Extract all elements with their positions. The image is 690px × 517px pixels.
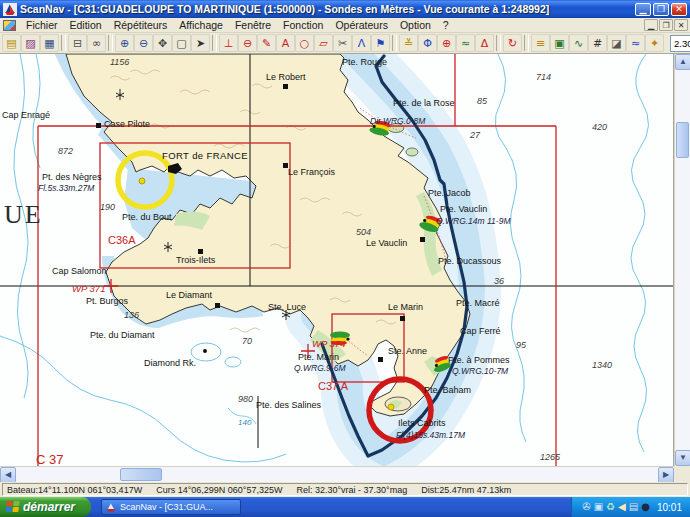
close-button[interactable]: ✕ (671, 3, 687, 16)
scale-value: 2.30 (674, 38, 690, 49)
info-disc-button[interactable]: Φ (418, 34, 437, 52)
pointer-info-button[interactable]: ➤ (191, 34, 210, 52)
light-negres (139, 178, 145, 184)
flag-tool-button[interactable]: ⚑ (371, 34, 390, 52)
windows-taskbar: démarrer ScanNav - [C31:GUA... ✇▣♻◀▤● 10… (0, 497, 690, 517)
open-chart-button[interactable]: ▤ (2, 34, 21, 52)
print-button[interactable]: ⊟ (68, 34, 87, 52)
toolbar-separator (108, 35, 113, 51)
toolbar-separator (392, 35, 397, 51)
start-button-label: démarrer (23, 500, 75, 514)
vertical-scroll-thumb[interactable] (676, 122, 689, 158)
poi-button[interactable]: ✦ (645, 34, 664, 52)
boat-up-button[interactable]: Δ (475, 34, 494, 52)
toolbar-separator (496, 35, 501, 51)
menu-fentre[interactable]: Fenêtre (229, 18, 277, 32)
area-tool-button[interactable]: ▱ (314, 34, 333, 52)
taskbar-item-scannav[interactable]: ScanNav - [C31:GUA... (101, 499, 241, 515)
scannav-window: ScanNav - [C31:GUADELOUPE TO MARTINIQUE … (0, 0, 690, 517)
menu-option[interactable]: Option (394, 18, 437, 32)
scroll-left-button[interactable]: ◀ (0, 467, 16, 483)
start-button[interactable]: démarrer (0, 497, 91, 517)
status-bar: Bateau:14°11.100N 061°03,417W Curs 14°06… (0, 482, 690, 497)
chart-graphics (0, 54, 674, 466)
horizontal-scrollbar[interactable]: ◀ ▶ (0, 466, 674, 482)
save-button[interactable]: ▦ (40, 34, 59, 52)
tray-gps-icon[interactable]: ● (641, 502, 650, 512)
zoom-out-button[interactable]: ⊖ (134, 34, 153, 52)
menu-affichage[interactable]: Affichage (173, 18, 229, 32)
diamond-rock (203, 349, 207, 353)
target-button[interactable]: ⊕ (437, 34, 456, 52)
text-tool-button[interactable]: A (276, 34, 295, 52)
mdi-restore-button[interactable]: ❐ (659, 19, 673, 31)
toolbar-separator (524, 35, 529, 51)
mark-circle-button[interactable]: ⊖ (238, 34, 257, 52)
taskbar-item-label: ScanNav - [C31:GUA... (120, 502, 213, 512)
status-boat-position: Bateau:14°11.100N 061°03,417W (7, 485, 142, 495)
scale-combobox[interactable]: 2.30 ▼ (670, 35, 690, 52)
menu-fonction[interactable]: Fonction (277, 18, 329, 32)
tray-shield-icon[interactable]: ✇ (582, 502, 590, 512)
status-bearing: Rel: 32.30°vrai - 37.30°mag (296, 485, 407, 495)
tray-network-icon[interactable]: ▣ (594, 502, 603, 512)
menu-edition[interactable]: Edition (64, 18, 108, 32)
tray-icons: ✇▣♻◀▤● (582, 502, 650, 512)
tide-curve-button[interactable]: ≈ (626, 34, 645, 52)
status-distance: Dist:25.47nm 47.13km (421, 485, 511, 495)
chart-canvas[interactable]: 1156Le RobertPte. Rouge714Pte. de la Ros… (0, 54, 674, 466)
ellipse-tool-button[interactable]: ○ (295, 34, 314, 52)
tray-update-icon[interactable]: ♻ (606, 502, 615, 512)
light-cabrits (388, 404, 394, 410)
route-tool-button[interactable]: ✎ (257, 34, 276, 52)
menu-rptiteurs[interactable]: Répétiteurs (108, 18, 174, 32)
menu-oprateurs[interactable]: Opérateurs (329, 18, 394, 32)
buoy-tool-button[interactable]: ⊥ (219, 34, 238, 52)
app-boat-icon (3, 3, 17, 16)
zoom-in-button[interactable]: ⊕ (115, 34, 134, 52)
tide-gauge-button[interactable]: ≚ (399, 34, 418, 52)
status-panel: Bateau:14°11.100N 061°03,417W Curs 14°06… (2, 483, 688, 496)
pan-button[interactable]: ✥ (153, 34, 172, 52)
status-cursor-position: Curs 14°06,299N 060°57,325W (156, 485, 282, 495)
horizontal-scroll-thumb[interactable] (120, 468, 162, 481)
system-tray: ✇▣♻◀▤● 10:01 (571, 497, 690, 517)
select-zone-button[interactable]: ▢ (172, 34, 191, 52)
scrollbar-corner (674, 466, 690, 482)
tray-display-icon[interactable]: ▤ (629, 502, 638, 512)
image-view-button[interactable]: ◪ (607, 34, 626, 52)
chart-library-button[interactable]: ▨ (21, 34, 40, 52)
follow-boat-button[interactable]: ∞ (87, 34, 106, 52)
minimize-button[interactable]: ▁ (635, 3, 651, 16)
lambda-tool-button[interactable]: Λ (352, 34, 371, 52)
islet-francois-2 (406, 148, 418, 156)
taskbar-clock[interactable]: 10:01 (657, 502, 682, 513)
mdi-close-button[interactable]: ✕ (674, 19, 688, 31)
scroll-up-button[interactable]: ▲ (675, 54, 690, 70)
cut-tool-button[interactable]: ✂ (333, 34, 352, 52)
mdi-child-icon[interactable] (3, 20, 16, 31)
restore-button[interactable]: ❐ (653, 3, 669, 16)
mdi-minimize-button[interactable]: ▁ (644, 19, 658, 31)
toolbar-separator (61, 35, 66, 51)
menu-bar: FichierEditionRépétiteursAffichageFenêtr… (0, 18, 690, 33)
main-toolbar: ▤▨▦⊟∞⊕⊖✥▢➤⊥⊖✎A○▱✂Λ⚑≚Φ⊕≈Δ↻≡▣∿#◪≈✦ 2.30 ▼ … (0, 33, 690, 54)
tray-volume-icon[interactable]: ◀ (618, 502, 626, 512)
windows-logo-icon (5, 501, 20, 513)
menu-?[interactable]: ? (437, 18, 455, 32)
menu-bar-items: FichierEditionRépétiteursAffichageFenêtr… (20, 18, 455, 32)
refresh-button[interactable]: ↻ (503, 34, 522, 52)
menu-fichier[interactable]: Fichier (20, 18, 64, 32)
vertical-scrollbar[interactable]: ▲ ▼ (674, 54, 690, 466)
scroll-right-button[interactable]: ▶ (658, 467, 674, 483)
track-wave-button[interactable]: ≈ (456, 34, 475, 52)
toolbar-separator (212, 35, 217, 51)
layers-list-button[interactable]: ≡ (531, 34, 550, 52)
grid-button[interactable]: # (588, 34, 607, 52)
toolbar-buttons: ▤▨▦⊟∞⊕⊖✥▢➤⊥⊖✎A○▱✂Λ⚑≚Φ⊕≈Δ↻≡▣∿#◪≈✦ (2, 34, 664, 52)
title-bar: ScanNav - [C31:GUADELOUPE TO MARTINIQUE … (0, 0, 690, 18)
chart-preview-button[interactable]: ▣ (550, 34, 569, 52)
profile-button[interactable]: ∿ (569, 34, 588, 52)
window-title: ScanNav - [C31:GUADELOUPE TO MARTINIQUE … (20, 3, 635, 15)
scroll-down-button[interactable]: ▼ (675, 450, 690, 466)
